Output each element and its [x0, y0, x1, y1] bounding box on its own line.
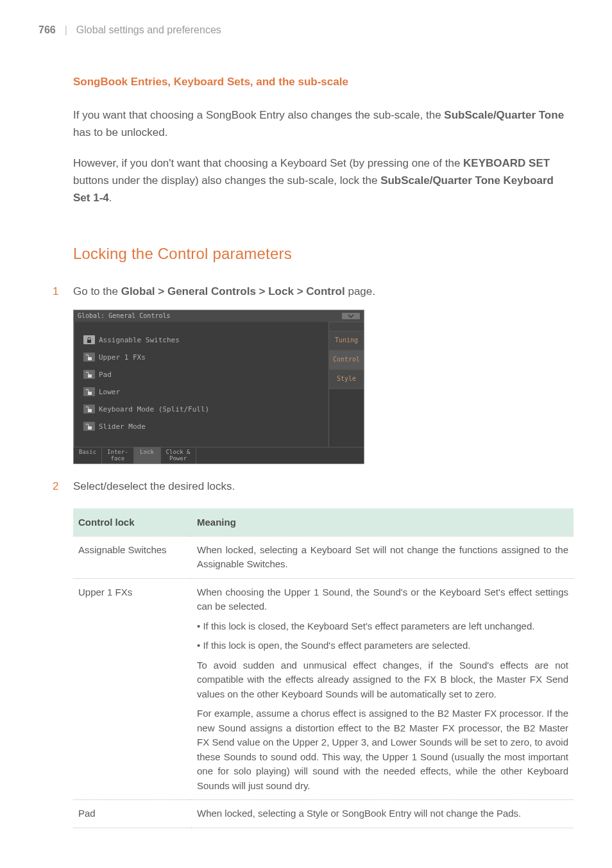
- lock-open-icon[interactable]: [83, 370, 95, 379]
- svg-rect-3: [88, 392, 92, 395]
- text-run: page.: [345, 285, 375, 297]
- lock-row-pad[interactable]: Pad: [83, 369, 322, 380]
- lock-label: Lower: [99, 387, 120, 397]
- running-head-text: Global settings and preferences: [76, 22, 221, 38]
- cell-paragraph: When choosing the Upper 1 Sound, the Sou…: [197, 585, 568, 614]
- svg-rect-4: [88, 409, 92, 412]
- text-run-bold: Global > General Controls > Lock > Contr…: [121, 285, 345, 297]
- column-header-name: Control lock: [73, 508, 192, 537]
- text-run: However, if you don't want that choosing…: [73, 157, 463, 169]
- lock-row-upper-1-fxs[interactable]: Upper 1 FXs: [83, 352, 322, 363]
- device-title: Global: General Controls: [78, 311, 171, 321]
- running-header: 766 | Global settings and preferences: [38, 22, 574, 38]
- cell-paragraph: • If this lock is open, the Sound's effe…: [197, 638, 568, 653]
- cell-paragraph: When locked, selecting a Style or SongBo…: [197, 806, 568, 821]
- lock-row-slider-mode[interactable]: Slider Mode: [83, 421, 322, 432]
- bottom-tab-clock-power[interactable]: Clock & Power: [161, 447, 196, 464]
- svg-rect-5: [88, 426, 92, 430]
- device-bottom-tabs: Basic Inter- face Lock Clock & Power: [74, 447, 364, 464]
- lock-open-icon[interactable]: [83, 422, 95, 431]
- lock-row-assignable-switches[interactable]: Assignable Switches: [83, 335, 322, 346]
- step-text: Select/deselect the desired locks.: [73, 478, 574, 495]
- text-run-bold: KEYBOARD SET: [463, 157, 550, 169]
- cell-paragraph: To avoid sudden and unmusical effect cha…: [197, 658, 568, 702]
- step-row: 2 Select/deselect the desired locks.: [38, 478, 574, 495]
- table-row: Upper 1 FXs When choosing the Upper 1 So…: [73, 578, 574, 800]
- side-tab-style[interactable]: Style: [329, 369, 364, 388]
- svg-rect-2: [88, 374, 92, 378]
- text-run: If you want that choosing a SongBook Ent…: [73, 109, 444, 121]
- lock-label: Upper 1 FXs: [99, 352, 146, 363]
- cell-lock-name: Upper 1 FXs: [73, 578, 192, 800]
- column-header-meaning: Meaning: [192, 508, 574, 537]
- side-tab-tuning[interactable]: Tuning: [329, 331, 364, 350]
- lock-label: Assignable Switches: [99, 335, 180, 346]
- cell-lock-name: Pad: [73, 800, 192, 828]
- bottom-tab-lock[interactable]: Lock: [134, 447, 161, 464]
- lock-row-keyboard-mode[interactable]: Keyboard Mode (Split/Full): [83, 404, 322, 415]
- device-side-tabs: Tuning Control Style: [329, 322, 364, 447]
- cell-paragraph: When locked, selecting a Keyboard Set wi…: [197, 543, 568, 572]
- step-number: 1: [38, 283, 73, 300]
- paragraph: If you want that choosing a SongBook Ent…: [73, 106, 574, 141]
- side-tab-control[interactable]: Control: [329, 350, 364, 369]
- text-run: .: [109, 192, 112, 204]
- lock-open-icon[interactable]: [83, 387, 95, 396]
- cell-lock-name: Assignable Switches: [73, 536, 192, 578]
- cell-paragraph: • If this lock is closed, the Keyboard S…: [197, 619, 568, 634]
- text-run: Go to the: [73, 285, 121, 297]
- separator: |: [65, 22, 67, 38]
- control-lock-table: Control lock Meaning Assignable Switches…: [73, 508, 574, 828]
- lock-closed-icon[interactable]: [83, 335, 95, 344]
- svg-rect-1: [88, 357, 92, 360]
- section-heading: Locking the Control parameters: [73, 242, 574, 265]
- cell-lock-meaning: When choosing the Upper 1 Sound, the Sou…: [192, 578, 574, 800]
- lock-label: Pad: [99, 369, 112, 380]
- menu-chevron-icon[interactable]: [342, 313, 360, 319]
- subsection-title: SongBook Entries, Keyboard Sets, and the…: [73, 74, 574, 90]
- text-run: has to be unlocked.: [73, 126, 167, 138]
- step-row: 1 Go to the Global > General Controls > …: [38, 283, 574, 300]
- device-main-panel: Assignable Switches Upper 1 FXs Pad Lowe…: [74, 322, 329, 447]
- table-row: Pad When locked, selecting a Style or So…: [73, 800, 574, 828]
- lock-label: Keyboard Mode (Split/Full): [99, 404, 209, 415]
- device-titlebar: Global: General Controls: [74, 310, 364, 322]
- lock-open-icon[interactable]: [83, 353, 95, 362]
- table-row: Assignable Switches When locked, selecti…: [73, 536, 574, 578]
- bottom-tab-basic[interactable]: Basic: [74, 447, 102, 464]
- text-run: buttons under the display) also changes …: [73, 174, 380, 187]
- table-header-row: Control lock Meaning: [73, 508, 574, 537]
- step-text: Go to the Global > General Controls > Lo…: [73, 283, 574, 300]
- cell-lock-meaning: When locked, selecting a Keyboard Set wi…: [192, 536, 574, 578]
- lock-row-lower[interactable]: Lower: [83, 387, 322, 397]
- bottom-tab-interface[interactable]: Inter- face: [102, 447, 134, 464]
- text-run-bold: SubScale/Quarter Tone: [444, 109, 564, 121]
- cell-paragraph: For example, assume a chorus effect is a…: [197, 706, 568, 793]
- embedded-device-screenshot: Global: General Controls Assignable Swit…: [73, 310, 574, 465]
- svg-rect-0: [87, 340, 91, 343]
- lock-open-icon[interactable]: [83, 405, 95, 413]
- page-number: 766: [38, 22, 56, 38]
- lock-label: Slider Mode: [99, 421, 146, 432]
- paragraph: However, if you don't want that choosing…: [73, 154, 574, 207]
- cell-lock-meaning: When locked, selecting a Style or SongBo…: [192, 800, 574, 828]
- step-number: 2: [38, 478, 73, 495]
